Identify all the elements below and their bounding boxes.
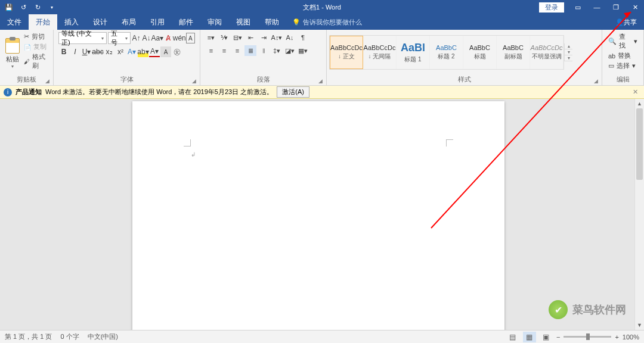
justify-icon[interactable]: ≣ <box>244 45 256 56</box>
char-border-icon[interactable]: A <box>186 33 195 43</box>
tell-me-search[interactable]: 💡 告诉我你想要做什么 <box>286 14 362 30</box>
clear-format-icon[interactable]: A̷ <box>164 33 173 43</box>
paragraph-dialog-icon[interactable]: ◢ <box>318 78 323 84</box>
group-editing: 🔍查找▾ ab替换 ▭选择▾ 编辑 <box>602 30 644 85</box>
multilevel-icon[interactable]: ⊟▾ <box>231 32 243 43</box>
style-item[interactable]: AaBbC标题 <box>463 36 497 69</box>
document-area[interactable]: ↲ ▲ ▼ <box>0 99 644 330</box>
zoom-slider[interactable] <box>564 336 611 338</box>
align-left-icon[interactable]: ≡ <box>205 45 217 56</box>
status-words[interactable]: 0 个字 <box>60 332 79 341</box>
print-layout-icon[interactable]: ▦ <box>523 332 536 342</box>
line-spacing-icon[interactable]: ‡▾ <box>271 45 283 56</box>
zoom-out-button[interactable]: − <box>556 333 560 341</box>
ribbon-options-icon[interactable]: ▭ <box>569 0 587 14</box>
sort-icon[interactable]: A↓ <box>284 32 296 43</box>
notice-close-icon[interactable]: ✕ <box>630 88 640 96</box>
text-effects-icon[interactable]: A▾ <box>126 46 137 57</box>
find-button[interactable]: 🔍查找▾ <box>608 32 637 50</box>
styles-dialog-icon[interactable]: ◢ <box>594 78 598 84</box>
scroll-down-icon[interactable]: ▼ <box>635 320 644 330</box>
style-item[interactable]: AaBl标题 1 <box>397 36 430 69</box>
style-item[interactable]: AaBbCcDc不明显强调 <box>530 36 564 69</box>
read-mode-icon[interactable]: ▤ <box>506 332 519 342</box>
tab-view[interactable]: 视图 <box>229 14 258 30</box>
change-case-icon[interactable]: Aa▾ <box>152 33 163 43</box>
align-center-icon[interactable]: ≡ <box>218 45 230 56</box>
distribute-icon[interactable]: ⫴ <box>258 45 270 56</box>
redo-icon[interactable]: ↻ <box>33 3 42 11</box>
paste-button[interactable]: 粘贴 ▾ <box>2 31 23 74</box>
borders-icon[interactable]: ▦▾ <box>297 45 309 56</box>
vertical-scrollbar[interactable]: ▲ ▼ <box>634 99 644 330</box>
styles-gallery[interactable]: AaBbCcDc↓ 正文AaBbCcDc↓ 无间隔AaBl标题 1AaBbC标题… <box>329 35 564 70</box>
show-marks-icon[interactable]: ¶ <box>297 32 309 43</box>
status-lang[interactable]: 中文(中国) <box>88 332 118 341</box>
superscript-button[interactable]: x² <box>115 46 126 57</box>
style-item[interactable]: AaBbCcDc↓ 正文 <box>330 36 363 69</box>
tab-insert[interactable]: 插入 <box>57 14 86 30</box>
share-button[interactable]: 👤 共享 <box>608 14 644 30</box>
strike-button[interactable]: abc <box>92 46 103 57</box>
decrease-indent-icon[interactable]: ⇤ <box>244 32 256 43</box>
undo-icon[interactable]: ↺ <box>19 3 27 11</box>
underline-button[interactable]: U▾ <box>81 46 92 57</box>
align-right-icon[interactable]: ≡ <box>231 45 243 56</box>
zoom-level[interactable]: 100% <box>623 333 639 341</box>
grow-font-icon[interactable]: A↑ <box>132 33 141 43</box>
info-icon: i <box>4 88 12 96</box>
tab-help[interactable]: 帮助 <box>258 14 286 30</box>
font-name-combo[interactable]: 等线 (中文正)▾ <box>58 32 107 44</box>
shading-icon[interactable]: ◪▾ <box>284 45 296 56</box>
asian-layout-icon[interactable]: A↕▾ <box>271 32 283 43</box>
font-color-icon[interactable]: A▾ <box>149 46 160 57</box>
web-layout-icon[interactable]: ▣ <box>540 332 553 342</box>
select-icon: ▭ <box>608 62 614 70</box>
styles-more[interactable]: ▴▾▾ <box>564 43 572 61</box>
bullets-icon[interactable]: ≡▾ <box>205 32 217 43</box>
qat-more-icon[interactable]: ▾ <box>48 3 56 11</box>
font-size-combo[interactable]: 五号▾ <box>108 32 131 44</box>
close-button[interactable]: ✕ <box>626 0 644 14</box>
select-button[interactable]: ▭选择▾ <box>608 61 637 70</box>
replace-button[interactable]: ab替换 <box>608 51 637 60</box>
scroll-thumb[interactable] <box>636 108 643 180</box>
tab-review[interactable]: 审阅 <box>200 14 229 30</box>
style-item[interactable]: AaBbCcDc↓ 无间隔 <box>363 36 397 69</box>
char-shading-icon[interactable]: A <box>160 46 171 57</box>
phonetic-icon[interactable]: wén <box>174 33 185 43</box>
cut-button[interactable]: 剪切 <box>24 32 51 41</box>
tab-design[interactable]: 设计 <box>86 14 114 30</box>
brush-icon <box>24 58 30 65</box>
format-painter-button[interactable]: 格式刷 <box>24 52 51 70</box>
style-item[interactable]: AaBbC标题 2 <box>430 36 463 69</box>
watermark-logo-icon: ✔ <box>549 300 568 319</box>
tab-home[interactable]: 开始 <box>29 14 57 30</box>
minimize-button[interactable]: — <box>588 0 606 14</box>
paragraph-label: 段落 <box>257 76 270 83</box>
subscript-button[interactable]: x₂ <box>104 46 114 57</box>
tab-mail[interactable]: 邮件 <box>172 14 200 30</box>
zoom-in-button[interactable]: + <box>615 333 618 341</box>
page[interactable]: ↲ <box>132 101 504 330</box>
numbering-icon[interactable]: ⅟▾ <box>218 32 230 43</box>
increase-indent-icon[interactable]: ⇥ <box>258 32 270 43</box>
copy-button[interactable]: 复制 <box>24 42 51 51</box>
scroll-up-icon[interactable]: ▲ <box>635 99 644 108</box>
maximize-button[interactable]: ❐ <box>607 0 625 14</box>
login-button[interactable]: 登录 <box>539 2 564 13</box>
bold-button[interactable]: B <box>58 46 69 57</box>
tab-layout[interactable]: 布局 <box>114 14 143 30</box>
font-dialog-icon[interactable]: ◢ <box>192 78 196 84</box>
highlight-icon[interactable]: ab▾ <box>138 46 148 57</box>
clipboard-dialog-icon[interactable]: ◢ <box>45 78 49 84</box>
italic-button[interactable]: I <box>70 46 80 57</box>
tab-references[interactable]: 引用 <box>143 14 172 30</box>
status-page[interactable]: 第 1 页，共 1 页 <box>5 332 52 341</box>
activate-button[interactable]: 激活(A) <box>277 86 309 98</box>
shrink-font-icon[interactable]: A↓ <box>142 33 151 43</box>
save-icon[interactable]: 💾 <box>5 3 13 11</box>
style-item[interactable]: AaBbC副标题 <box>497 36 530 69</box>
enclose-char-icon[interactable]: ㊛ <box>172 46 182 57</box>
tab-file[interactable]: 文件 <box>0 14 29 30</box>
